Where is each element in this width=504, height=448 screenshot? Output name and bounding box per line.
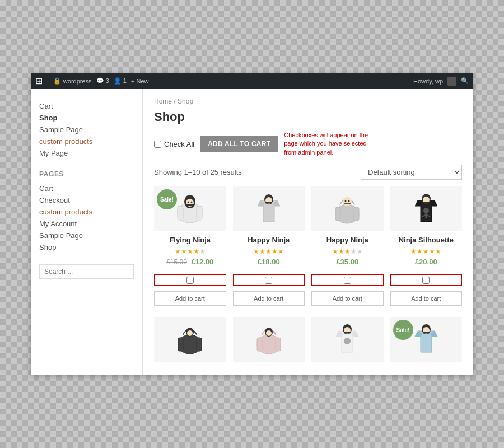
admin-search-icon[interactable]: 🔍: [461, 77, 469, 85]
product-flying-ninja-stars: ★★★★★: [154, 248, 226, 255]
site-lock-icon: 🔒: [53, 77, 61, 85]
svg-rect-32: [178, 338, 183, 351]
add-to-cart-button-4[interactable]: Add to cart: [390, 291, 463, 306]
browser-window: ⊞ | 🔒 wordpress 💬 3 👤 1 + New Howdy, wp …: [31, 73, 473, 375]
sorting-select[interactable]: Default sorting Sort by popularity Sort …: [361, 165, 462, 180]
product-ninja-silhouette-price: £20.00: [390, 258, 463, 266]
updates-count[interactable]: 👤 1: [114, 77, 127, 85]
svg-point-5: [188, 202, 189, 203]
comments-count[interactable]: 💬 3: [96, 77, 109, 85]
sidebar-item-cart[interactable]: Cart: [39, 100, 134, 112]
product-checkboxes-row: [154, 274, 462, 286]
svg-rect-37: [257, 338, 262, 351]
check-all-label[interactable]: Check All: [154, 140, 194, 148]
product-ninja-silhouette-name: Ninja Silhouette: [390, 236, 463, 245]
add-to-cart-button-3[interactable]: Add to cart: [311, 291, 384, 306]
svg-rect-1: [178, 206, 183, 220]
product-ninja-silhouette: Ninja Silhouette ★★★★★ £20.00: [390, 186, 463, 266]
product-happy-ninja-2-price: £35.00: [311, 258, 384, 266]
product-ninja-silhouette-image[interactable]: [390, 186, 463, 231]
wp-logo[interactable]: ⊞: [35, 76, 43, 86]
content-area: Home / Shop Shop Check All ADD ALL TO CA…: [143, 89, 473, 375]
breadcrumb: Home / Shop: [154, 97, 462, 105]
product-bottom-3: [311, 317, 384, 366]
product-happy-ninja-stars: ★★★★★: [233, 248, 305, 255]
product-bottom-1: [154, 317, 226, 366]
bottom-product-1-img: [170, 320, 209, 359]
product-happy-ninja-2-image[interactable]: [311, 186, 384, 231]
product-checkbox-2[interactable]: [265, 277, 272, 284]
site-name[interactable]: 🔒 wordpress: [53, 77, 92, 85]
sidebar: Cart Shop Sample Page custom products My…: [31, 89, 143, 375]
sidebar-page-cart[interactable]: Cart: [39, 183, 134, 194]
sale-badge-flying-ninja: Sale!: [157, 189, 177, 209]
sidebar-page-sample-page[interactable]: Sample Page: [39, 230, 134, 241]
svg-point-17: [343, 197, 352, 206]
sidebar-page-my-account[interactable]: My Account: [39, 218, 134, 230]
sidebar-item-my-page[interactable]: My Page: [39, 147, 134, 159]
sidebar-page-checkout[interactable]: Checkout: [39, 194, 134, 206]
svg-point-24: [423, 208, 429, 213]
svg-rect-33: [197, 338, 202, 351]
product-flying-ninja-name: Flying Ninja: [154, 236, 226, 245]
product-checkbox-4-wrap: [390, 274, 463, 286]
breadcrumb-current: Shop: [178, 97, 193, 105]
product-checkbox-3[interactable]: [344, 277, 351, 284]
new-button[interactable]: + New: [131, 78, 149, 85]
product-happy-ninja-2-name: Happy Ninja: [311, 236, 384, 245]
happy-ninja-2-img: [328, 189, 367, 228]
bottom-product-3-img: [328, 320, 367, 359]
sidebar-page-custom-products[interactable]: custom products: [39, 206, 134, 218]
svg-point-19: [348, 200, 350, 202]
product-bottom-2: [233, 317, 305, 366]
svg-rect-2: [197, 206, 202, 220]
product-bottom-4: Sale!: [390, 317, 463, 366]
check-all-checkbox[interactable]: [154, 141, 161, 148]
product-flying-ninja-image[interactable]: Sale!: [154, 186, 226, 231]
svg-rect-16: [354, 207, 359, 221]
svg-rect-13: [265, 202, 272, 204]
product-happy-ninja-price: £18.00: [233, 258, 305, 266]
admin-bar-right: Howdy, wp 🔍: [413, 77, 469, 86]
check-all-text: Check All: [164, 140, 194, 148]
product-happy-ninja-2-stars: ★★★★★: [311, 248, 384, 255]
product-bottom-1-image[interactable]: [154, 317, 226, 362]
svg-rect-38: [276, 338, 281, 351]
results-bar: Showing 1–10 of 25 results Default sorti…: [154, 165, 462, 180]
svg-point-44: [344, 338, 351, 344]
product-happy-ninja-name: Happy Ninja: [233, 236, 305, 245]
sidebar-item-custom-products[interactable]: custom products: [39, 136, 134, 147]
product-happy-ninja-2: Happy Ninja ★★★★★ £35.00: [311, 186, 384, 266]
search-input[interactable]: [39, 264, 134, 279]
product-ninja-silhouette-stars: ★★★★★: [390, 248, 463, 255]
sidebar-item-shop[interactable]: Shop: [39, 112, 134, 124]
sidebar-main-nav: Cart Shop Sample Page custom products My…: [39, 100, 134, 159]
happy-ninja-img: [249, 189, 288, 228]
main-container: Cart Shop Sample Page custom products My…: [31, 89, 473, 375]
svg-point-6: [191, 202, 193, 203]
user-avatar-icon: [447, 77, 456, 86]
product-happy-ninja-image[interactable]: [233, 186, 305, 231]
add-to-cart-button-2[interactable]: Add to cart: [233, 291, 305, 306]
product-bottom-4-image[interactable]: Sale!: [390, 317, 463, 362]
svg-rect-7: [186, 204, 194, 206]
product-bottom-3-image[interactable]: [311, 317, 384, 362]
sidebar-item-sample-page[interactable]: Sample Page: [39, 124, 134, 136]
product-flying-ninja-price: £15.00 £12.00: [154, 258, 226, 266]
products-grid-bottom: Sale!: [154, 317, 462, 366]
product-checkbox-1[interactable]: [186, 277, 194, 284]
svg-point-18: [345, 200, 347, 202]
results-count: Showing 1–10 of 25 results: [154, 168, 242, 176]
add-to-cart-button-1[interactable]: Add to cart: [154, 291, 226, 306]
product-checkbox-4[interactable]: [422, 277, 430, 284]
product-bottom-2-image[interactable]: [233, 317, 305, 362]
svg-rect-20: [344, 203, 351, 204]
breadcrumb-home[interactable]: Home: [154, 97, 172, 105]
product-checkbox-1-wrap: [154, 274, 226, 286]
sidebar-pages-nav: Cart Checkout custom products My Account…: [39, 183, 134, 253]
sidebar-search: [39, 264, 134, 279]
products-grid: Sale!: [154, 186, 462, 266]
add-all-to-cart-button[interactable]: ADD ALL TO CART: [200, 136, 278, 152]
page-title: Shop: [154, 110, 462, 124]
sidebar-page-shop[interactable]: Shop: [39, 241, 134, 253]
